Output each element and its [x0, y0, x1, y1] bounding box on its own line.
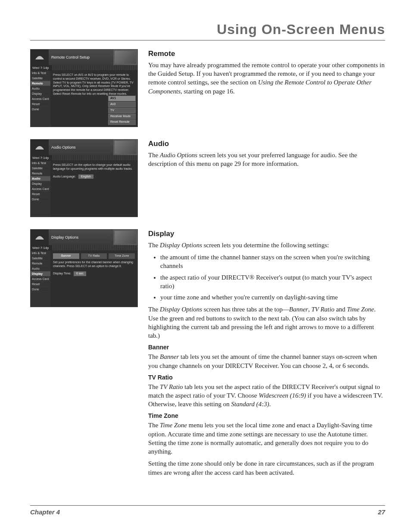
section-remote: Remote Control Setup Wed 7:14p Info & Te… — [30, 49, 385, 127]
tab: TV Ratio — [81, 253, 107, 259]
display-bullets: the amount of time the channel banner st… — [148, 253, 385, 302]
instr-remote: Press SELECT on AV1 or AV2 to program yo… — [53, 73, 135, 96]
section-audio: Audio Options Wed 7:14p Info & TestSatel… — [30, 139, 385, 217]
submenu-item: Receiver Mode — [108, 114, 136, 119]
bullet-3: your time zone and whether you're curren… — [160, 293, 385, 302]
page-footer: Chapter 4 27 — [30, 505, 385, 516]
display-intro: The Display Options screen lets you dete… — [148, 241, 385, 249]
display-value: 6 sec — [74, 271, 86, 276]
submenu-item: AV1 — [108, 96, 136, 101]
sidebar-item: Remote — [31, 81, 50, 86]
tabs-display: BannerTV RatioTime Zone — [53, 253, 135, 259]
screenshot-audio: Audio Options Wed 7:14p Info & TestSatel… — [30, 139, 138, 217]
submenu-item: TV — [108, 108, 136, 113]
sidebar-item: Reset — [31, 102, 50, 107]
sidebar-item: Display — [31, 271, 50, 277]
display-tabs-desc: The Display Options screen has three tab… — [148, 305, 385, 340]
screenshot-remote: Remote Control Setup Wed 7:14p Info & Te… — [30, 49, 138, 127]
sidebar-display: Info & TestSatelliteRemoteAudioDisplayAc… — [31, 251, 50, 307]
submenu-remote: AV1AV2TVReceiver ModeReset Remote — [108, 95, 136, 125]
sidebar-item: Access Card — [31, 277, 50, 282]
sub-timezone: Time Zone — [148, 412, 385, 420]
instr-audio: Press SELECT on the option to change you… — [53, 163, 135, 171]
submenu-item: AV2 — [108, 102, 136, 107]
bullet-2: the aspect ratio of your DIRECTV® Receiv… — [160, 273, 385, 291]
heading-display: Display — [148, 229, 385, 239]
submenu-item: Reset Remote — [108, 119, 136, 125]
sidebar-item: Satellite — [31, 76, 50, 81]
sidebar-item: Audio — [31, 266, 50, 271]
sub-ratio: TV Ratio — [148, 373, 385, 382]
para-remote: You may have already programmed the remo… — [148, 61, 385, 96]
sidebar-item: Remote — [31, 171, 50, 176]
instr-display: Set your preferences for the channel ban… — [53, 261, 135, 268]
sidebar-item: Reset — [31, 282, 50, 287]
tab: Banner — [53, 253, 79, 259]
logo-remote — [31, 50, 49, 65]
sub-banner: Banner — [148, 343, 385, 352]
sidebar-item: Info & Test — [31, 251, 50, 256]
audio-value: English — [78, 174, 93, 179]
display-label: Display Time: — [53, 272, 71, 276]
bullet-1: the amount of time the channel banner st… — [160, 253, 385, 271]
sidebar-item: Display — [31, 91, 50, 96]
title-rule — [30, 40, 385, 40]
preview-thumb-remote — [113, 50, 137, 65]
sidebar-item: Satellite — [31, 256, 50, 261]
sidebar-item: Reset — [31, 192, 50, 197]
para-tz2: Setting the time zone should only be don… — [148, 459, 385, 477]
time-remote: Wed 7:14p — [31, 65, 52, 71]
section-display: Display Options Wed 7:14p Info & TestSat… — [30, 229, 385, 480]
sidebar-remote: Info & TestSatelliteRemoteAudioDisplayAc… — [31, 71, 50, 127]
sidebar-item: Info & Test — [31, 161, 50, 166]
sidebar-item: Access Card — [31, 187, 50, 192]
shot-title-remote: Remote Control Setup — [49, 50, 113, 65]
sidebar-audio: Info & TestSatelliteRemoteAudioDisplayAc… — [31, 161, 50, 217]
logo-audio — [31, 140, 49, 155]
audio-label: Audio Language: — [53, 175, 76, 179]
heading-remote: Remote — [148, 49, 385, 59]
preview-thumb-audio — [113, 140, 137, 155]
para-audio: The Audio Options screen lets you set yo… — [148, 151, 385, 168]
preview-thumb-display — [113, 230, 137, 245]
sidebar-item: Display — [31, 181, 50, 187]
sidebar-item: Remote — [31, 261, 50, 266]
footer-page: 27 — [378, 508, 385, 516]
para-banner: The Banner tab lets you set the amount o… — [148, 352, 385, 370]
time-display: Wed 7:14p — [31, 245, 52, 251]
shot-title-display: Display Options — [49, 230, 113, 245]
sidebar-item: Satellite — [31, 166, 50, 171]
para-ratio: The TV Ratio tab lets you set the aspect… — [148, 383, 385, 409]
sidebar-item: Audio — [31, 176, 50, 181]
tab: Time Zone — [109, 253, 135, 259]
footer-chapter: Chapter 4 — [30, 508, 60, 516]
logo-display — [31, 230, 49, 245]
page-title: Using On-Screen Menus — [30, 22, 385, 37]
time-audio: Wed 7:14p — [31, 155, 52, 161]
shot-title-audio: Audio Options — [49, 140, 113, 155]
sidebar-item: Done — [31, 287, 50, 292]
screenshot-display: Display Options Wed 7:14p Info & TestSat… — [30, 229, 138, 307]
sidebar-item: Done — [31, 107, 50, 112]
sidebar-item: Info & Test — [31, 71, 50, 76]
heading-audio: Audio — [148, 139, 385, 149]
sidebar-item: Access Card — [31, 96, 50, 102]
sidebar-item: Done — [31, 197, 50, 202]
sidebar-item: Audio — [31, 86, 50, 91]
para-tz1: The Time Zone menu lets you set the loca… — [148, 421, 385, 456]
